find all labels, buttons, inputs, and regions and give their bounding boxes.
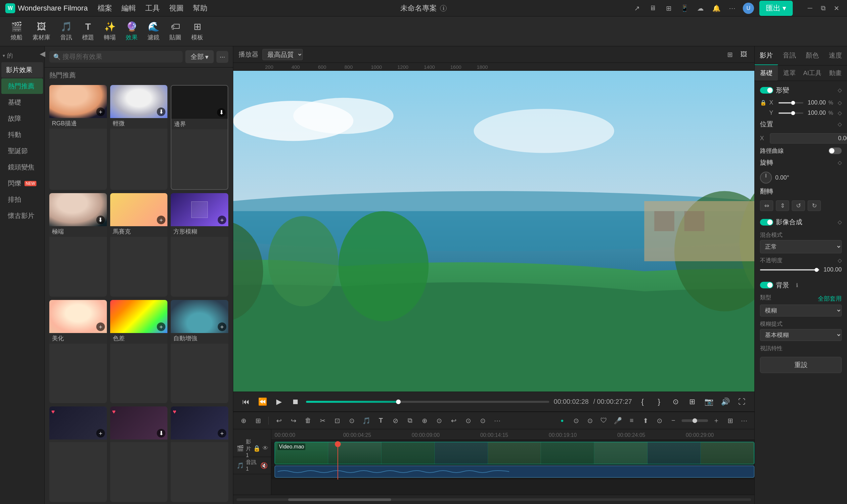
scale-y-lock[interactable]: 🔒: [760, 110, 766, 116]
menu-help[interactable]: 幫助: [193, 3, 208, 13]
tl-shield-btn[interactable]: 🛡: [598, 415, 610, 426]
stop-button[interactable]: ⏹: [289, 396, 301, 408]
sidebar-item-basic[interactable]: 基礎: [1, 94, 43, 110]
effect-beauty[interactable]: ＋ 美化: [49, 300, 107, 403]
apps-icon[interactable]: ⋯: [727, 3, 738, 14]
tl-text-btn[interactable]: T: [375, 415, 386, 426]
phone-icon[interactable]: 📱: [679, 3, 690, 14]
blend-diamond[interactable]: ◇: [838, 219, 842, 225]
toolbar-title[interactable]: T 標題: [78, 19, 98, 44]
close-button[interactable]: ✕: [831, 3, 842, 14]
effect-border[interactable]: ⬇ 邊界: [171, 85, 228, 190]
tl-crop-btn[interactable]: ⊡: [332, 415, 343, 426]
info-icon[interactable]: ℹ: [440, 5, 447, 12]
tl-grid-btn[interactable]: ⊞: [252, 415, 264, 426]
tl-dots-btn[interactable]: ⋯: [739, 415, 750, 426]
flip-h-button[interactable]: ⇔: [760, 200, 773, 211]
tl-delete-btn[interactable]: 🗑: [302, 415, 314, 426]
tl-rect-btn[interactable]: ⊘: [390, 415, 401, 426]
tl-export2-btn[interactable]: ⬆: [640, 415, 651, 426]
menu-tools[interactable]: 工具: [145, 3, 160, 13]
tl-list-btn[interactable]: ≡: [626, 415, 637, 426]
grid-icon[interactable]: ⊞: [664, 3, 674, 14]
tl-grid2-btn[interactable]: ⊞: [725, 415, 736, 426]
flip-r1-button[interactable]: ↺: [792, 200, 805, 211]
menu-file[interactable]: 檔案: [98, 3, 112, 13]
effect-extreme[interactable]: ⬇ 極端: [49, 193, 107, 296]
export-button[interactable]: 匯出 ▾: [759, 1, 793, 16]
tl-paste-btn[interactable]: ⊙: [434, 415, 445, 426]
scale-lock[interactable]: 🔒: [760, 100, 766, 106]
screenshot-button[interactable]: 📷: [703, 396, 714, 408]
menu-view[interactable]: 視圖: [169, 3, 183, 13]
tl-blend-btn[interactable]: ⊙: [462, 415, 474, 426]
effect-love2[interactable]: ♥ ⬇: [110, 407, 168, 502]
cloud-icon[interactable]: ☁: [695, 3, 706, 14]
add-love2-button[interactable]: ⬇: [157, 429, 165, 437]
tl-magnet-btn[interactable]: ⊙: [654, 415, 665, 426]
effect-gentle[interactable]: ⬇ 輕微: [110, 85, 168, 190]
toolbar-media[interactable]: 🖼 素材庫: [29, 19, 54, 44]
sidebar-item-popular[interactable]: 熱門推薦: [1, 78, 43, 94]
scale-y-slider[interactable]: [778, 112, 803, 114]
chroma-type-select[interactable]: 模糊: [760, 305, 842, 317]
blend-mode-select[interactable]: 正常: [760, 240, 842, 253]
add-extreme-button[interactable]: ⬇: [96, 216, 105, 224]
effect-love1[interactable]: ♥ ＋: [49, 407, 107, 502]
tab-video[interactable]: 影片: [755, 46, 778, 65]
toolbar-sticker[interactable]: 🏷 貼圖: [165, 19, 185, 44]
extra-ctrl2[interactable]: ⊞: [686, 396, 698, 408]
flip-r2-button[interactable]: ↻: [808, 200, 821, 211]
tl-copy-btn[interactable]: ⊕: [419, 415, 430, 426]
flip-v-button[interactable]: ⇕: [776, 200, 789, 211]
sidebar-item-christmas[interactable]: 聖誕節: [1, 143, 43, 159]
path-curve-toggle[interactable]: [828, 147, 842, 154]
scale-x-diamond[interactable]: ◇: [838, 100, 842, 106]
tl-green-dot[interactable]: ●: [557, 415, 568, 426]
blur-type-select[interactable]: 基本模糊: [760, 329, 842, 341]
sidebar-collapse-btn[interactable]: ◀: [40, 50, 45, 58]
blend-toggle[interactable]: [760, 219, 773, 226]
rotation-diamond[interactable]: ◇: [838, 159, 842, 166]
subtab-basic[interactable]: 基礎: [755, 66, 778, 81]
sidebar-item-flash[interactable]: 閃爍 NEW: [1, 176, 43, 191]
effect-maraoke[interactable]: ＋ 馬賽克: [110, 193, 168, 296]
tl-cut-btn[interactable]: ✂: [317, 415, 328, 426]
bell-icon[interactable]: 🔔: [711, 3, 722, 14]
toolbar-template[interactable]: ⊞ 模板: [187, 19, 207, 44]
tl-audio-btn[interactable]: 🎵: [360, 415, 372, 426]
sidebar-item-lens-zoom[interactable]: 鏡頭變焦: [1, 159, 43, 175]
position-diamond[interactable]: ◇: [838, 121, 842, 127]
tab-speed[interactable]: 速度: [824, 46, 847, 65]
audio-track-icon[interactable]: 🎵: [236, 462, 244, 469]
lock-icon[interactable]: 🔒: [253, 445, 260, 452]
toolbar-transition[interactable]: ✨ 轉場: [100, 19, 120, 44]
maximize-button[interactable]: ⧉: [818, 3, 828, 14]
more-button[interactable]: ···: [216, 51, 228, 63]
pos-x-input[interactable]: [770, 133, 847, 144]
sidebar-item-shake[interactable]: 抖動: [1, 127, 43, 143]
minimize-button[interactable]: ─: [805, 3, 815, 14]
add-square-button[interactable]: ＋: [218, 216, 226, 224]
menu-edit[interactable]: 編輯: [121, 3, 136, 13]
scale-x-slider[interactable]: [778, 102, 803, 104]
mark-in-button[interactable]: {: [637, 396, 649, 408]
chroma-toggle[interactable]: [760, 282, 773, 288]
video-clip[interactable]: Video.mao: [275, 442, 754, 464]
chroma-info-icon[interactable]: ℹ: [792, 280, 802, 290]
volume-button[interactable]: 🔊: [719, 396, 731, 408]
rewind-button[interactable]: ⏮: [240, 396, 252, 408]
horizontal-scrollbar[interactable]: [236, 498, 751, 501]
apply-all-button[interactable]: 全部套用: [818, 295, 842, 303]
sidebar-item-vintage[interactable]: 懷古影片: [1, 208, 43, 223]
toolbar-audio[interactable]: 🎵 音訊: [56, 19, 76, 44]
add-maraoke-button[interactable]: ＋: [157, 216, 165, 224]
tl-minus-btn[interactable]: −: [668, 415, 679, 426]
share-icon[interactable]: ↗: [632, 3, 642, 14]
effect-chroma[interactable]: ＋ 色差: [110, 300, 168, 403]
computer-icon[interactable]: 🖥: [648, 3, 658, 14]
tl-more-btn tl-more[interactable]: ⋯: [492, 415, 503, 426]
rotation-dial[interactable]: [760, 172, 772, 183]
opacity-slider[interactable]: [760, 269, 819, 271]
progress-bar[interactable]: [306, 401, 549, 403]
